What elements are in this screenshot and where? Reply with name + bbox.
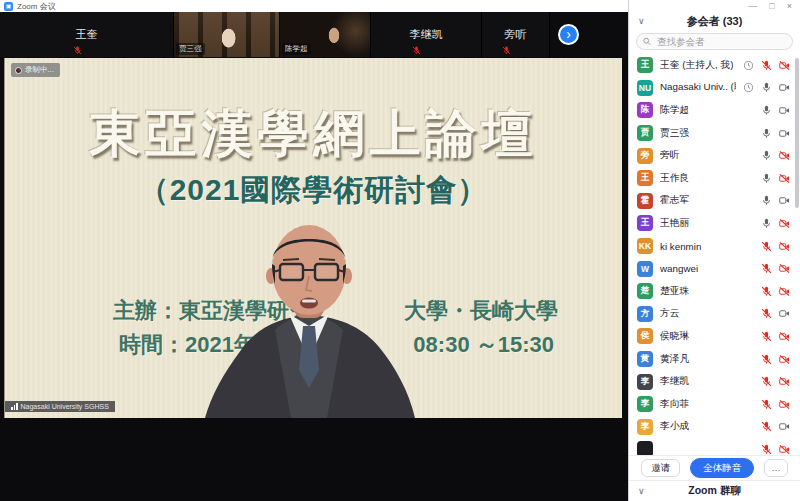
participant-row[interactable]: 贾 贾三强 <box>629 122 800 145</box>
participant-name: 陈学超 <box>660 104 689 117</box>
recording-label: 录制中... <box>25 65 54 75</box>
participant-row[interactable]: 王 王艳丽 <box>629 212 800 235</box>
participant-status-icons <box>761 195 790 206</box>
mic-icon <box>761 376 772 387</box>
participant-row[interactable]: 楚 楚亚珠 <box>629 280 800 303</box>
participant-status-icons <box>761 263 790 274</box>
avatar: 贾 <box>637 125 653 141</box>
participant-row[interactable]: 李 李小成 <box>629 416 800 439</box>
mic-icon <box>502 46 511 55</box>
main-stage: 東亞漢學網上論壇 （2021國際學術研討會） 主辦：東亞漢學研究 大學・長崎大學… <box>0 57 628 501</box>
filmstrip-tile[interactable]: 贾三强 <box>174 12 280 57</box>
clock-icon <box>743 82 754 93</box>
invite-button[interactable]: 邀请 <box>641 459 680 477</box>
avatar: 李 <box>637 396 653 412</box>
collapse-chevron-icon[interactable]: ∨ <box>638 16 645 26</box>
camera-icon <box>779 60 790 71</box>
filmstrip-tile[interactable]: 李继凯 <box>371 12 482 57</box>
tile-name: 李继凯 <box>371 12 481 57</box>
close-button[interactable]: × <box>787 2 792 11</box>
participant-row[interactable]: 王 王作良 <box>629 167 800 190</box>
participant-status-icons <box>743 82 790 93</box>
search-icon <box>643 37 651 46</box>
tile-name: 贾三强 <box>176 43 205 55</box>
mute-all-button[interactable]: 全体静音 <box>690 458 754 478</box>
avatar: 李 <box>637 419 653 435</box>
speaker-name-label: Nagasaki University SGHSS <box>21 403 109 410</box>
camera-icon <box>779 444 790 455</box>
avatar: W <box>637 261 653 277</box>
participant-status-icons <box>761 399 790 410</box>
participant-row[interactable]: 侯 侯晓琳 <box>629 325 800 348</box>
filmstrip-tile[interactable]: 王奎 <box>0 12 174 57</box>
maximize-button[interactable]: □ <box>769 2 774 11</box>
participant-name: 黄泽凡 <box>660 353 689 366</box>
participant-row[interactable]: W wangwei <box>629 257 800 280</box>
mic-icon <box>761 399 772 410</box>
participant-row[interactable]: KK ki kenmin <box>629 235 800 258</box>
participant-name: 贾三强 <box>660 127 689 140</box>
participant-row[interactable]: 黄 黄泽凡 <box>629 348 800 371</box>
participant-row[interactable] <box>629 438 800 455</box>
chat-title: Zoom 群聊 <box>629 484 800 498</box>
mic-icon <box>761 195 772 206</box>
camera-icon <box>779 421 790 432</box>
search-input[interactable] <box>655 35 786 48</box>
avatar: 王 <box>637 215 653 231</box>
filmstrip-tile[interactable]: 陈学超 <box>280 12 371 57</box>
scrollbar[interactable] <box>795 58 799 208</box>
participant-list: 王 王奎 (主持人, 我) NU Nagasaki Univ.. (联席主持人)… <box>629 54 800 455</box>
mic-icon <box>761 331 772 342</box>
mic-icon <box>761 128 772 139</box>
avatar: 王 <box>637 170 653 186</box>
filmstrip-next-button[interactable]: › <box>558 24 579 45</box>
mic-icon <box>761 263 772 274</box>
participant-row[interactable]: 旁 旁听 <box>629 144 800 167</box>
participant-status-icons <box>743 60 790 71</box>
avatar: 楚 <box>637 283 653 299</box>
participant-row[interactable]: 方 方云 <box>629 303 800 326</box>
tile-name: 王奎 <box>0 12 173 57</box>
participant-row[interactable]: NU Nagasaki Univ.. (联席主持人) <box>629 77 800 100</box>
more-options-button[interactable]: … <box>764 459 788 477</box>
mic-icon <box>761 444 772 455</box>
participant-name: 王艳丽 <box>660 217 689 230</box>
participant-row[interactable]: 王 王奎 (主持人, 我) <box>629 54 800 77</box>
camera-icon <box>779 399 790 410</box>
clock-icon <box>743 60 754 71</box>
avatar: 陈 <box>637 102 653 118</box>
participant-status-icons <box>761 331 790 342</box>
window-controls: — □ × <box>629 0 800 12</box>
filmstrip-tile[interactable]: 旁听 <box>482 12 550 57</box>
participant-status-icons <box>761 354 790 365</box>
chat-section-header[interactable]: ∨ Zoom 群聊 <box>629 480 800 501</box>
camera-icon <box>779 286 790 297</box>
participant-row[interactable]: 李 李向菲 <box>629 393 800 416</box>
participant-status-icons <box>761 173 790 184</box>
search-box[interactable] <box>636 33 793 50</box>
zoom-app-icon: ▣ <box>4 2 13 11</box>
avatar: 黄 <box>637 351 653 367</box>
participant-row[interactable]: 李 李继凯 <box>629 370 800 393</box>
speaker-name-badge: Nagasaki University SGHSS <box>5 401 115 412</box>
participant-row[interactable]: 霍 霍志军 <box>629 190 800 213</box>
tile-name: 陈学超 <box>282 43 311 55</box>
avatar: 旁 <box>637 148 653 164</box>
participant-status-icons <box>761 286 790 297</box>
participant-search <box>629 30 800 54</box>
avatar: 王 <box>637 57 653 73</box>
camera-icon <box>779 331 790 342</box>
mic-icon <box>761 286 772 297</box>
zoom-meeting-window: ▣ Zoom 会议 王奎 贾三强 陈学超 李继凯 旁听 › 東亞漢學網上論壇 （… <box>0 0 800 501</box>
chat-chevron-icon: ∨ <box>638 486 645 496</box>
participant-name: 霍志军 <box>660 194 689 207</box>
participant-name: 李小成 <box>660 420 689 433</box>
mic-icon <box>761 150 772 161</box>
camera-icon <box>779 218 790 229</box>
minimize-button[interactable]: — <box>748 2 757 11</box>
participant-row[interactable]: 陈 陈学超 <box>629 99 800 122</box>
shared-screen-video: 東亞漢學網上論壇 （2021國際學術研討會） 主辦：東亞漢學研究 大學・長崎大學… <box>4 58 622 418</box>
slide-title: 東亞漢學網上論壇 <box>5 100 622 169</box>
participant-name: 李向菲 <box>660 398 689 411</box>
participant-name: Nagasaki Univ.. (联席主持人) <box>660 81 736 94</box>
